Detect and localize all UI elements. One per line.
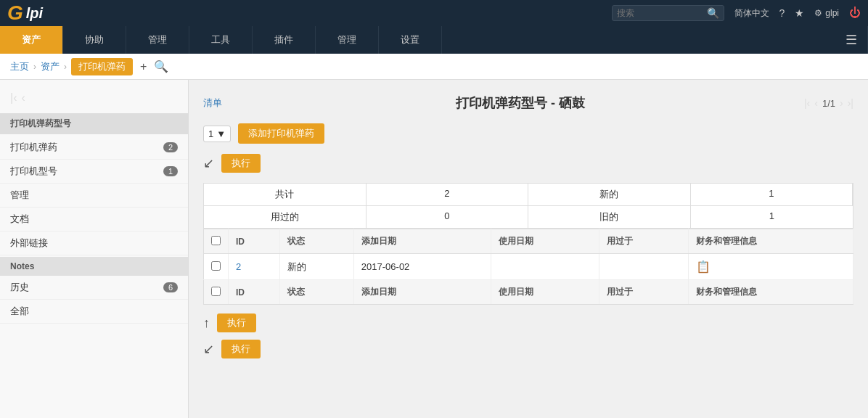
th-finance: 财务和管理信息 bbox=[689, 229, 853, 254]
content-area: |‹ ‹ 打印机弹药型号 打印机弹药 2 打印机型号 1 管理 文档 外部链接 … bbox=[0, 80, 868, 418]
logo[interactable]: G lpi bbox=[7, 3, 43, 23]
stats-row: 共计 2 新的 1 用过的 0 旧的 1 bbox=[203, 183, 853, 229]
stat-new-label: 新的 bbox=[528, 184, 691, 206]
sidebar-item-docs-label: 文档 bbox=[10, 213, 29, 226]
num-selector[interactable]: 1 ▼ bbox=[203, 126, 231, 142]
stat-used-label-text: 用过的 bbox=[271, 211, 299, 222]
execute-button-bottom[interactable]: 执行 bbox=[221, 340, 261, 358]
sidebar-item-history-badge: 6 bbox=[163, 282, 178, 292]
list-link[interactable]: 清单 bbox=[203, 97, 222, 110]
favorites-icon[interactable]: ★ bbox=[795, 7, 804, 19]
select-down-icon[interactable]: ↙ bbox=[203, 341, 214, 357]
num-dropdown-icon: ▼ bbox=[216, 128, 226, 139]
select-all-icon[interactable]: ↙ bbox=[203, 155, 214, 171]
nav-item-manage2[interactable]: 管理 bbox=[316, 26, 379, 54]
row-checkbox-cell bbox=[204, 254, 229, 280]
table-footer-row: ID 状态 添加日期 使用日期 用过于 财务和管理信息 bbox=[204, 280, 853, 305]
nav-hamburger[interactable]: ☰ bbox=[835, 26, 868, 54]
th-use-date: 使用日期 bbox=[491, 229, 599, 254]
execute-button-mid[interactable]: 执行 bbox=[217, 314, 256, 332]
stat-total-label: 共计 bbox=[204, 184, 367, 206]
sidebar-item-manage-label: 管理 bbox=[10, 189, 29, 202]
execute-button-top[interactable]: 执行 bbox=[221, 154, 261, 173]
stat-old-label-text: 旧的 bbox=[599, 211, 618, 222]
help-icon[interactable]: ? bbox=[779, 7, 785, 19]
th2-checkbox bbox=[204, 280, 229, 305]
select-all-checkbox[interactable] bbox=[211, 236, 221, 245]
actions-row: 1 ▼ 添加打印机弹药 bbox=[203, 123, 853, 144]
th-used-by: 用过于 bbox=[599, 229, 688, 254]
main-nav: 资产 协助 管理 工具 插件 管理 设置 ☰ bbox=[0, 26, 868, 54]
sidebar-nav-first[interactable]: |‹ bbox=[10, 91, 17, 104]
add-cartridge-button[interactable]: 添加打印机弹药 bbox=[238, 123, 324, 144]
stat-total-value-text: 2 bbox=[444, 188, 449, 199]
select-up-icon[interactable]: ↑ bbox=[203, 316, 210, 331]
sidebar-nav-arrows: |‹ ‹ bbox=[0, 91, 188, 113]
nav-item-tools[interactable]: 工具 bbox=[189, 26, 253, 54]
select-all-checkbox2[interactable] bbox=[211, 287, 221, 296]
sidebar-item-links-label: 外部链接 bbox=[10, 237, 48, 250]
sidebar-item-manage[interactable]: 管理 bbox=[0, 184, 188, 208]
row-used-by bbox=[599, 254, 688, 280]
sidebar-item-history[interactable]: 历史 6 bbox=[0, 276, 188, 300]
num-value: 1 bbox=[208, 128, 213, 139]
pg-next[interactable]: › bbox=[840, 97, 843, 109]
sidebar-item-history-label: 历史 bbox=[10, 281, 29, 294]
bc-add-icon[interactable]: + bbox=[140, 60, 147, 73]
sidebar-item-all[interactable]: 全部 bbox=[0, 300, 188, 324]
search-input[interactable] bbox=[617, 8, 704, 18]
data-table: ID 状态 添加日期 使用日期 用过于 财务和管理信息 2 新的 2017-06… bbox=[203, 229, 853, 305]
th-add-date: 添加日期 bbox=[353, 229, 491, 254]
pg-first[interactable]: |‹ bbox=[804, 97, 810, 109]
sidebar-notes[interactable]: Notes bbox=[0, 257, 188, 276]
bc-search-icon[interactable]: 🔍 bbox=[154, 60, 168, 73]
stat-old-value-text: 1 bbox=[769, 210, 774, 221]
stat-new-value-text: 1 bbox=[769, 188, 774, 199]
lang-selector[interactable]: 简体中文 bbox=[734, 7, 769, 20]
nav-item-manage1[interactable]: 管理 bbox=[126, 26, 189, 54]
table-row: 2 新的 2017-06-02 📋 bbox=[204, 254, 853, 280]
sidebar-item-links[interactable]: 外部链接 bbox=[0, 231, 188, 255]
logo-lpi: lpi bbox=[26, 5, 43, 22]
row-add-date: 2017-06-02 bbox=[353, 254, 491, 280]
power-icon[interactable]: ⏻ bbox=[849, 7, 861, 20]
sidebar: |‹ ‹ 打印机弹药型号 打印机弹药 2 打印机型号 1 管理 文档 外部链接 … bbox=[0, 80, 189, 418]
main-panel: 清单 打印机弹药型号 - 硒鼓 |‹ ‹ 1/1 › ›| 1 ▼ 添加打印机弹… bbox=[189, 80, 868, 418]
row-use-date bbox=[491, 254, 599, 280]
row-id-link[interactable]: 2 bbox=[236, 261, 241, 272]
nav-item-settings[interactable]: 设置 bbox=[379, 26, 442, 54]
pg-prev[interactable]: ‹ bbox=[814, 97, 818, 109]
stat-used-value-text: 0 bbox=[444, 210, 449, 221]
sidebar-item-cartridge-label: 打印机弹药 bbox=[10, 141, 57, 154]
nav-item-asset[interactable]: 资产 bbox=[0, 26, 63, 54]
th2-add-date: 添加日期 bbox=[353, 280, 491, 305]
nav-item-plugins[interactable]: 插件 bbox=[253, 26, 316, 54]
th2-status: 状态 bbox=[280, 280, 354, 305]
sidebar-item-printer-model-badge: 1 bbox=[163, 166, 178, 176]
top-right-area: 🔍 简体中文 ? ★ ⚙ glpi ⏻ bbox=[612, 5, 861, 21]
hamburger-icon: ☰ bbox=[846, 32, 857, 48]
bc-home[interactable]: 主页 bbox=[10, 60, 29, 73]
stat-used-label: 用过的 bbox=[204, 206, 367, 229]
stat-used-value: 0 bbox=[367, 206, 529, 229]
gear-menu[interactable]: ⚙ glpi bbox=[814, 8, 839, 18]
pg-last[interactable]: ›| bbox=[848, 97, 853, 109]
th-checkbox bbox=[204, 229, 229, 254]
row-finance: 📋 bbox=[689, 254, 853, 280]
th2-finance: 财务和管理信息 bbox=[689, 280, 853, 305]
sidebar-nav-prev[interactable]: ‹ bbox=[21, 91, 25, 104]
finance-icon[interactable]: 📋 bbox=[696, 261, 711, 273]
sidebar-section-header: 打印机弹药型号 bbox=[0, 113, 188, 134]
bc-sep1: › bbox=[33, 62, 36, 72]
bc-current: 打印机弹药 bbox=[71, 58, 133, 75]
sidebar-item-cartridge[interactable]: 打印机弹药 2 bbox=[0, 136, 188, 160]
search-box[interactable]: 🔍 bbox=[612, 5, 724, 21]
nav-item-assist[interactable]: 协助 bbox=[63, 26, 126, 54]
stat-old-value: 1 bbox=[691, 206, 853, 229]
sidebar-item-docs[interactable]: 文档 bbox=[0, 208, 188, 231]
row-checkbox[interactable] bbox=[211, 261, 221, 271]
bc-asset[interactable]: 资产 bbox=[41, 60, 60, 73]
sidebar-item-printer-model[interactable]: 打印机型号 1 bbox=[0, 160, 188, 184]
breadcrumb: 主页 › 资产 › 打印机弹药 + 🔍 bbox=[0, 54, 868, 80]
search-icon[interactable]: 🔍 bbox=[707, 7, 719, 19]
